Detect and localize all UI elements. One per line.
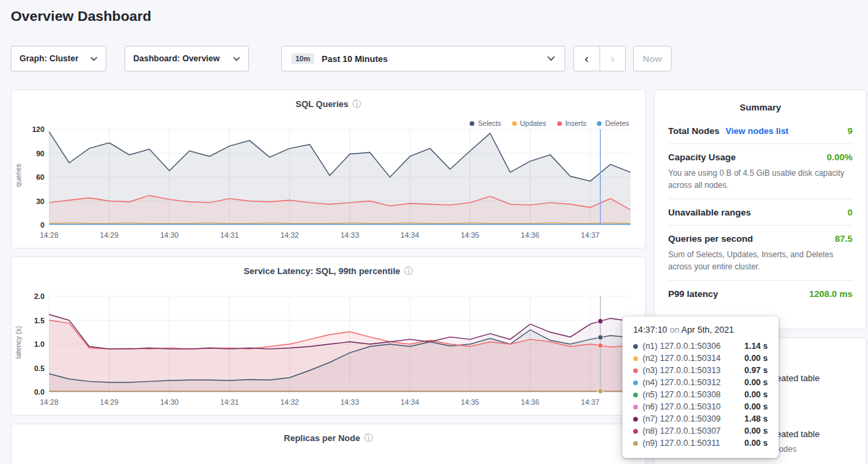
chevron-down-icon bbox=[90, 57, 98, 61]
series-dot-icon bbox=[633, 441, 638, 446]
tooltip-timestamp: 14:37:10 on Apr 5th, 2021 bbox=[633, 325, 768, 335]
latency-value: 0.00 s bbox=[744, 390, 768, 399]
node-address: (n3) 127.0.0.1:50313 bbox=[643, 366, 721, 375]
summary-total-nodes: Total Nodes View nodes list 9 bbox=[668, 118, 853, 143]
dashboard-select-dropdown[interactable]: Dashboard: Overview bbox=[124, 46, 249, 71]
svg-text:14:32: 14:32 bbox=[281, 398, 299, 406]
svg-text:14:36: 14:36 bbox=[521, 398, 540, 406]
latency-value: 1.14 s bbox=[744, 341, 768, 351]
series-dot-icon bbox=[633, 380, 638, 385]
series-dot-icon bbox=[633, 344, 638, 349]
page-title: Overview Dashboard bbox=[11, 8, 151, 24]
latency-value: 0.00 s bbox=[744, 426, 768, 436]
capacity-usage-value: 0.00% bbox=[827, 152, 853, 162]
svg-text:90: 90 bbox=[36, 150, 44, 158]
tooltip-row: (n3) 127.0.0.1:503130.97 s bbox=[633, 364, 768, 376]
tooltip-row: (n9) 127.0.0.1:503110.00 s bbox=[633, 437, 768, 449]
view-nodes-link[interactable]: View nodes list bbox=[725, 126, 789, 136]
svg-text:14:34: 14:34 bbox=[400, 231, 419, 239]
chart-title-text: SQL Queries bbox=[295, 99, 349, 109]
service-latency-title: Service Latency: SQL, 99th percentile ⓘ bbox=[11, 266, 645, 276]
qps-label: Queries per second bbox=[668, 234, 753, 244]
capacity-usage-label: Capacity Usage bbox=[668, 152, 736, 162]
chart-title-text: Service Latency: SQL, 99th percentile bbox=[244, 266, 400, 276]
time-nav-group: ‹ › bbox=[573, 46, 626, 71]
graph-select-label: Graph: Cluster bbox=[20, 54, 79, 63]
chart-tooltip: 14:37:10 on Apr 5th, 2021 (n1) 127.0.0.1… bbox=[622, 317, 779, 458]
svg-text:0.5: 0.5 bbox=[34, 364, 44, 372]
node-address: (n6) 127.0.0.1:50310 bbox=[643, 402, 721, 411]
sql-queries-chart[interactable]: 14:2814:2914:3014:3114:3214:3314:3414:35… bbox=[21, 125, 637, 241]
chevron-down-icon bbox=[233, 57, 240, 61]
svg-text:0: 0 bbox=[40, 221, 44, 229]
p99-latency-value: 1208.0 ms bbox=[809, 289, 853, 299]
time-next-button[interactable]: › bbox=[600, 46, 625, 71]
replicas-per-node-panel: Replicas per Node ⓘ bbox=[11, 424, 646, 464]
svg-text:14:35: 14:35 bbox=[461, 398, 480, 406]
series-dot-icon bbox=[633, 393, 638, 397]
summary-queries-per-second: Queries per second 87.5 Sum of Selects, … bbox=[668, 225, 853, 280]
svg-text:14:35: 14:35 bbox=[461, 231, 480, 239]
info-icon[interactable]: ⓘ bbox=[353, 100, 361, 108]
svg-text:14:34: 14:34 bbox=[400, 398, 419, 406]
svg-text:1.5: 1.5 bbox=[34, 317, 44, 325]
tooltip-separator: on bbox=[670, 325, 679, 335]
sql-queries-title: SQL Queries ⓘ bbox=[11, 99, 645, 109]
qps-note: Sum of Selects, Updates, Inserts, and De… bbox=[668, 248, 851, 273]
svg-text:14:28: 14:28 bbox=[40, 398, 59, 406]
summary-p99-latency: P99 latency 1208.0 ms bbox=[668, 280, 853, 306]
prev-arrow-icon: ‹ bbox=[585, 51, 589, 65]
svg-text:14:32: 14:32 bbox=[281, 231, 299, 239]
summary-panel: Summary Total Nodes View nodes list 9 Ca… bbox=[654, 90, 867, 329]
svg-text:0.0: 0.0 bbox=[34, 388, 44, 396]
tooltip-rows: (n1) 127.0.0.1:503061.14 s(n2) 127.0.0.1… bbox=[633, 340, 768, 449]
node-address: (n2) 127.0.0.1:50314 bbox=[643, 354, 721, 363]
series-dot-icon bbox=[633, 429, 638, 434]
service-latency-panel: Service Latency: SQL, 99th percentile ⓘ … bbox=[11, 257, 646, 416]
latency-value: 0.00 s bbox=[744, 402, 768, 411]
tooltip-row: (n1) 127.0.0.1:503061.14 s bbox=[633, 340, 768, 352]
time-range-label: Past 10 Minutes bbox=[322, 54, 388, 64]
capacity-usage-note: You are using 0 B of 4.5 GiB usable disk… bbox=[668, 167, 851, 191]
node-address: (n4) 127.0.0.1:50312 bbox=[643, 378, 721, 387]
tooltip-row: (n6) 127.0.0.1:503100.00 s bbox=[633, 401, 768, 413]
service-latency-chart[interactable]: 14:2814:2914:3014:3114:3214:3314:3414:35… bbox=[21, 292, 637, 408]
summary-heading: Summary bbox=[668, 102, 853, 112]
series-dot-icon bbox=[633, 368, 638, 373]
svg-text:30: 30 bbox=[36, 197, 44, 205]
time-range-dropdown[interactable]: 10m Past 10 Minutes bbox=[281, 46, 565, 71]
series-dot-icon bbox=[633, 405, 638, 409]
latency-value: 1.48 s bbox=[744, 414, 768, 424]
graph-select-dropdown[interactable]: Graph: Cluster bbox=[11, 46, 106, 71]
tooltip-date: Apr 5th, 2021 bbox=[682, 325, 734, 335]
svg-text:14:30: 14:30 bbox=[160, 231, 179, 239]
now-button[interactable]: Now bbox=[633, 46, 672, 71]
sql-queries-panel: SQL Queries ⓘ SelectsUpdatesInsertsDelet… bbox=[11, 90, 646, 248]
latency-value: 0.97 s bbox=[744, 366, 768, 375]
info-icon[interactable]: ⓘ bbox=[364, 434, 373, 442]
svg-text:1.0: 1.0 bbox=[34, 340, 44, 348]
svg-text:14:28: 14:28 bbox=[40, 231, 59, 239]
svg-text:14:30: 14:30 bbox=[160, 398, 179, 406]
tooltip-row: (n5) 127.0.0.1:503080.00 s bbox=[633, 389, 768, 401]
node-address: (n8) 127.0.0.1:50307 bbox=[643, 426, 721, 436]
total-nodes-label: Total Nodes bbox=[668, 126, 719, 136]
tooltip-row: (n4) 127.0.0.1:503120.00 s bbox=[633, 376, 768, 389]
node-address: (n5) 127.0.0.1:50308 bbox=[643, 390, 721, 399]
svg-text:14:37: 14:37 bbox=[581, 231, 600, 239]
svg-text:14:33: 14:33 bbox=[340, 231, 359, 239]
info-icon[interactable]: ⓘ bbox=[404, 267, 413, 275]
time-prev-button[interactable]: ‹ bbox=[574, 46, 600, 71]
unavailable-ranges-label: Unavailable ranges bbox=[668, 207, 751, 218]
chart-title-text: Replicas per Node bbox=[284, 433, 360, 443]
svg-text:14:31: 14:31 bbox=[220, 398, 239, 406]
replicas-title: Replicas per Node ⓘ bbox=[11, 433, 645, 443]
svg-text:14:29: 14:29 bbox=[100, 231, 119, 239]
svg-text:2.0: 2.0 bbox=[34, 292, 44, 300]
tooltip-row: (n8) 127.0.0.1:503070.00 s bbox=[633, 425, 768, 437]
node-address: (n7) 127.0.0.1:50309 bbox=[643, 414, 721, 424]
latency-value: 0.00 s bbox=[744, 354, 768, 363]
chevron-down-icon bbox=[547, 56, 555, 61]
svg-text:14:29: 14:29 bbox=[100, 398, 119, 406]
svg-text:14:36: 14:36 bbox=[521, 231, 540, 239]
